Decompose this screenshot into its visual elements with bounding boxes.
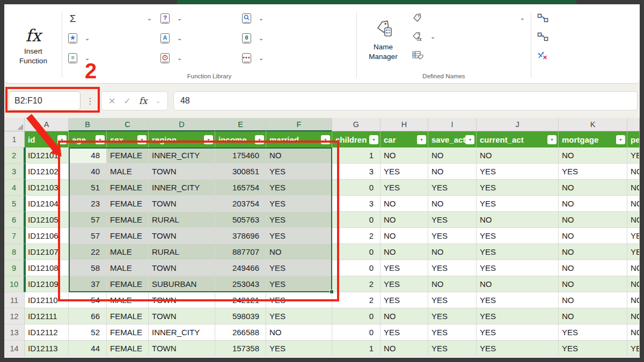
cell[interactable]: 3 xyxy=(332,164,380,180)
cell[interactable]: 58 xyxy=(69,260,107,276)
cell[interactable]: YES xyxy=(477,292,559,308)
cell[interactable]: TOWN xyxy=(149,196,215,212)
cell[interactable]: ID12112 xyxy=(25,324,69,341)
cell[interactable]: NO xyxy=(477,276,559,292)
cell[interactable]: 1 xyxy=(332,147,380,164)
cell[interactable]: 51 xyxy=(69,180,107,196)
cell[interactable]: YES xyxy=(266,292,332,308)
filter-button[interactable]: ▼ xyxy=(321,135,330,144)
text-button[interactable]: A⌄ xyxy=(156,28,238,48)
filter-button[interactable]: ▼ xyxy=(57,135,67,144)
cell[interactable]: NO xyxy=(380,341,428,357)
row-header-13[interactable]: 13 xyxy=(4,324,25,341)
cell[interactable]: NO xyxy=(559,260,627,276)
cell[interactable]: YES xyxy=(266,341,332,357)
cell[interactable]: INNER_CITY xyxy=(149,180,215,196)
filter-button[interactable]: ▼ xyxy=(96,135,105,144)
cell[interactable]: YES xyxy=(627,228,640,244)
cell[interactable]: 2 xyxy=(332,276,380,292)
column-header-K[interactable]: K xyxy=(559,118,627,131)
name-manager-button[interactable]: Name Manager xyxy=(358,9,408,73)
cell[interactable]: TOWN xyxy=(149,308,215,324)
cell[interactable]: TOWN xyxy=(149,292,215,308)
filter-button[interactable]: ▼ xyxy=(417,135,426,144)
cell[interactable]: NO xyxy=(559,292,627,308)
cell[interactable]: 253043 xyxy=(215,276,266,292)
cell[interactable]: YES xyxy=(627,244,640,260)
row-header-5[interactable]: 5 xyxy=(4,196,25,212)
cell[interactable]: 0 xyxy=(332,212,380,228)
cell[interactable]: YES xyxy=(266,308,332,324)
recently-used-button[interactable]: ★⌄ xyxy=(64,28,156,48)
cell[interactable]: 175460 xyxy=(215,147,266,164)
cell[interactable]: YES xyxy=(627,147,640,164)
cell[interactable]: YES xyxy=(428,260,477,276)
cell[interactable]: 2 xyxy=(332,228,380,244)
row-header-8[interactable]: 8 xyxy=(4,244,25,260)
cell[interactable]: NO xyxy=(559,180,627,196)
cell[interactable]: NO xyxy=(559,276,627,292)
cell[interactable]: MALE xyxy=(107,260,149,276)
cell[interactable]: 57 xyxy=(69,212,107,228)
cell[interactable]: YES xyxy=(266,164,332,180)
cell[interactable]: TOWN xyxy=(149,164,215,180)
cell[interactable]: NO xyxy=(627,212,640,228)
cell[interactable]: YES xyxy=(266,180,332,196)
cell[interactable]: NO xyxy=(627,292,640,308)
cell[interactable]: 1 xyxy=(332,341,380,357)
cell[interactable]: NO xyxy=(627,260,640,276)
filter-button[interactable]: ▼ xyxy=(616,135,625,144)
cell[interactable]: RURAL xyxy=(149,212,215,228)
cell[interactable]: YES xyxy=(477,324,559,341)
cell[interactable]: NO xyxy=(428,196,477,212)
cell[interactable]: 378696 xyxy=(215,228,266,244)
cell[interactable]: NO xyxy=(559,147,627,164)
cell[interactable]: FEMALE xyxy=(107,341,149,357)
cell[interactable]: 887707 xyxy=(215,244,266,260)
cell[interactable]: 66 xyxy=(69,308,107,324)
cell[interactable]: INNER_CITY xyxy=(149,324,215,341)
column-header-D[interactable]: D xyxy=(149,118,215,131)
cell[interactable]: 242121 xyxy=(215,292,266,308)
cell[interactable]: YES xyxy=(559,341,627,357)
filter-button[interactable]: ▼ xyxy=(137,135,147,144)
cell[interactable]: 0 xyxy=(332,260,380,276)
cell[interactable]: NO xyxy=(627,276,640,292)
cell[interactable]: NO xyxy=(627,324,640,341)
table-header-age[interactable]: age▼ xyxy=(69,131,107,147)
cell[interactable]: YES xyxy=(428,212,477,228)
cell[interactable]: 52 xyxy=(69,324,107,341)
row-header-6[interactable]: 6 xyxy=(4,212,25,228)
row-header-3[interactable]: 3 xyxy=(4,164,25,180)
lookup-reference-button[interactable]: ⌄ xyxy=(238,9,355,28)
cell[interactable]: 54 xyxy=(69,292,107,308)
row-header-11[interactable]: 11 xyxy=(4,292,25,308)
cell[interactable]: ID12102 xyxy=(25,164,69,180)
select-all-button[interactable] xyxy=(4,118,25,131)
cell[interactable]: FEMALE xyxy=(107,228,149,244)
cell[interactable]: 157358 xyxy=(215,341,266,357)
cell[interactable]: FEMALE xyxy=(107,180,149,196)
trace-d-button[interactable] xyxy=(533,27,557,46)
cell[interactable]: NO xyxy=(380,212,428,228)
cell[interactable]: 44 xyxy=(69,341,107,357)
filter-button[interactable]: ▼ xyxy=(547,135,557,144)
enter-icon[interactable]: ✓ xyxy=(123,96,130,106)
cell[interactable]: 300851 xyxy=(215,164,266,180)
column-header-H[interactable]: H xyxy=(380,118,428,131)
cell[interactable]: 2 xyxy=(332,292,380,308)
row-header-14[interactable]: 14 xyxy=(4,341,25,357)
table-header-married[interactable]: married▼ xyxy=(266,131,332,147)
cell[interactable]: YES xyxy=(477,228,559,244)
cell[interactable]: ID12104 xyxy=(25,196,69,212)
cell[interactable]: 0 xyxy=(332,308,380,324)
table-header-mortgage[interactable]: mortgage▼ xyxy=(559,131,627,147)
cell[interactable]: 0 xyxy=(332,324,380,341)
cell[interactable]: YES xyxy=(428,341,477,357)
cell[interactable]: YES xyxy=(627,341,640,357)
cell[interactable]: MALE xyxy=(107,164,149,180)
cell[interactable]: NO xyxy=(380,147,428,164)
cell[interactable]: NO xyxy=(559,228,627,244)
cell[interactable]: NO xyxy=(559,196,627,212)
insert-function-fx-icon[interactable]: fx xyxy=(139,95,148,106)
